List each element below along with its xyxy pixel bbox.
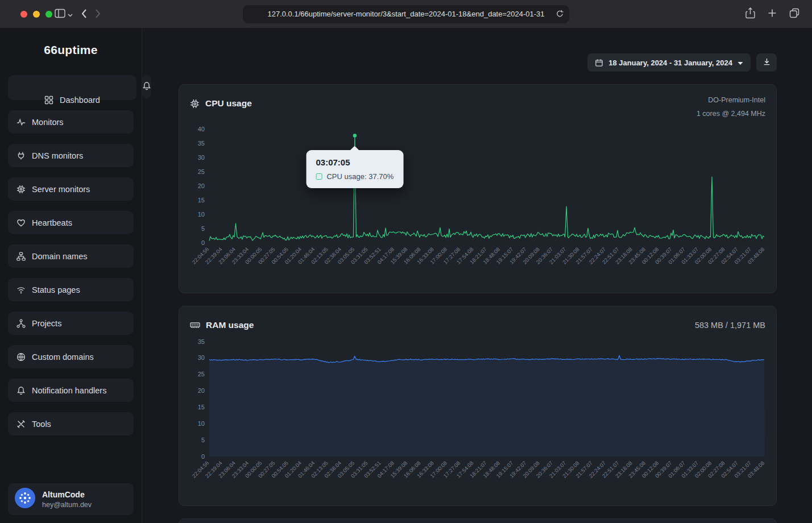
bell-icon: [16, 386, 26, 395]
svg-text:30: 30: [198, 354, 205, 361]
svg-text:5: 5: [201, 225, 205, 231]
tools-icon: [16, 420, 26, 429]
share-icon[interactable]: [745, 7, 755, 21]
cpu-usage-chart[interactable]: 051015202530354022:04:5622:39:0423:06:04…: [190, 121, 765, 288]
svg-text:15: 15: [198, 404, 205, 410]
cpu-series-swatch: [316, 173, 322, 180]
card-title: CPU usage: [205, 98, 252, 109]
back-button[interactable]: [81, 7, 87, 21]
tab-overview-icon[interactable]: [789, 8, 799, 20]
date-range-label: 18 January, 2024 - 31 January, 2024: [608, 59, 732, 67]
sidebar-item-domain-names[interactable]: Domain names: [8, 244, 134, 268]
cpu-chip-icon: [16, 185, 26, 194]
altumcode-avatar: [14, 487, 36, 511]
forward-button[interactable]: [95, 7, 101, 21]
sidebar-item-projects[interactable]: Projects: [8, 312, 134, 335]
sidebar-item-label: Server monitors: [32, 185, 90, 194]
sidebar-panel-icon: [55, 9, 65, 20]
sidebar-item-label: Status pages: [32, 285, 80, 294]
svg-text:0: 0: [201, 453, 205, 460]
next-card-partial: [179, 518, 777, 523]
sidebar-item-label: Heartbeats: [32, 218, 72, 227]
sidebar-item-label: DNS monitors: [32, 151, 83, 160]
chart-tooltip: 03:07:05 CPU usage: 37.70%: [306, 150, 403, 188]
sidebar-item-tools[interactable]: Tools: [8, 412, 134, 435]
tooltip-time: 03:07:05: [316, 157, 393, 167]
app-logo[interactable]: 66uptime: [8, 43, 134, 57]
cpu-usage-card: CPU usage DO-Premium-Intel 1 cores @ 2,4…: [179, 84, 777, 293]
sidebar-toggle-button[interactable]: [55, 9, 73, 20]
wifi-icon: [16, 285, 26, 294]
account-email: hey@altum.dev: [42, 501, 92, 509]
svg-text:15: 15: [198, 196, 205, 203]
close-window-button[interactable]: [20, 11, 27, 18]
svg-text:25: 25: [198, 371, 205, 377]
svg-text:30: 30: [198, 153, 205, 160]
sidebar-item-monitors[interactable]: Monitors: [8, 110, 134, 134]
account-name: AltumCode: [42, 490, 92, 499]
heart-icon: [16, 218, 26, 227]
calendar-icon: [595, 59, 603, 67]
sidebar-item-status-pages[interactable]: Status pages: [8, 278, 134, 301]
cpu-chip-icon: [190, 99, 200, 109]
globe-icon: [16, 352, 26, 362]
account-card[interactable]: AltumCode hey@altum.dev: [8, 483, 134, 515]
export-button[interactable]: [756, 53, 777, 72]
sidebar-item-dashboard[interactable]: Dashboard: [8, 75, 136, 100]
dashboard-grid-icon: [44, 96, 53, 105]
svg-text:5: 5: [201, 437, 205, 443]
sidebar-item-label: Domain names: [32, 252, 88, 261]
download-icon: [763, 57, 771, 68]
sidebar-item-label: Tools: [32, 420, 51, 429]
sidebar-item-label: Notification handlers: [32, 386, 106, 395]
minimize-window-button[interactable]: [33, 11, 40, 18]
sidebar-item-label: Monitors: [32, 118, 64, 127]
zoom-window-button[interactable]: [45, 11, 52, 18]
server-plan: DO-Premium-Intel: [697, 94, 765, 107]
tooltip-value: CPU usage: 37.70%: [326, 172, 393, 181]
card-title: RAM usage: [206, 320, 254, 330]
svg-text:35: 35: [198, 338, 205, 345]
ram-usage-chart[interactable]: 0510152025303522:04:5622:39:0423:06:0423…: [190, 335, 765, 502]
ram-stick-icon: [190, 321, 200, 330]
sidebar-item-label: Projects: [32, 319, 61, 328]
caret-down-icon: [738, 59, 743, 67]
notifications-button[interactable]: [142, 75, 151, 98]
svg-text:10: 10: [198, 420, 205, 427]
plug-icon: [16, 151, 26, 160]
sitemap-icon: [16, 252, 26, 261]
network-icon: [16, 319, 26, 328]
reload-icon[interactable]: [556, 9, 564, 20]
sidebar-item-server-monitors[interactable]: Server monitors: [8, 177, 134, 201]
sidebar-item-heartbeats[interactable]: Heartbeats: [8, 211, 134, 234]
chevron-down-icon: [68, 9, 73, 19]
activity-icon: [16, 118, 26, 127]
svg-text:35: 35: [198, 139, 205, 146]
browser-chrome: 127.0.0.1/66uptime/server-monitor/3&star…: [0, 0, 812, 28]
svg-text:20: 20: [198, 182, 205, 189]
sidebar-item-dns-monitors[interactable]: DNS monitors: [8, 144, 134, 167]
svg-text:20: 20: [198, 387, 205, 394]
svg-text:40: 40: [198, 125, 205, 132]
sidebar-item-label: Dashboard: [60, 96, 100, 105]
svg-text:0: 0: [201, 239, 205, 246]
address-bar[interactable]: 127.0.0.1/66uptime/server-monitor/3&star…: [243, 5, 569, 23]
sidebar: 66uptime Dashboard: [0, 28, 142, 523]
url-text: 127.0.0.1/66uptime/server-monitor/3&star…: [267, 10, 544, 18]
main-content: 18 January, 2024 - 31 January, 2024: [142, 28, 812, 523]
server-cores: 1 cores @ 2,494 MHz: [697, 107, 765, 121]
traffic-lights: [20, 11, 52, 18]
svg-text:10: 10: [198, 210, 205, 217]
ram-amount: 583 MB / 1,971 MB: [695, 321, 765, 330]
sidebar-item-custom-domains[interactable]: Custom domains: [8, 345, 134, 368]
ram-usage-card: RAM usage 583 MB / 1,971 MB 051015202530…: [179, 306, 777, 506]
bell-icon: [142, 81, 151, 93]
svg-text:25: 25: [198, 168, 205, 175]
date-range-picker[interactable]: 18 January, 2024 - 31 January, 2024: [587, 53, 751, 72]
sidebar-item-notification-handlers[interactable]: Notification handlers: [8, 379, 134, 402]
sidebar-item-label: Custom domains: [32, 352, 94, 362]
new-tab-icon[interactable]: [768, 9, 777, 20]
